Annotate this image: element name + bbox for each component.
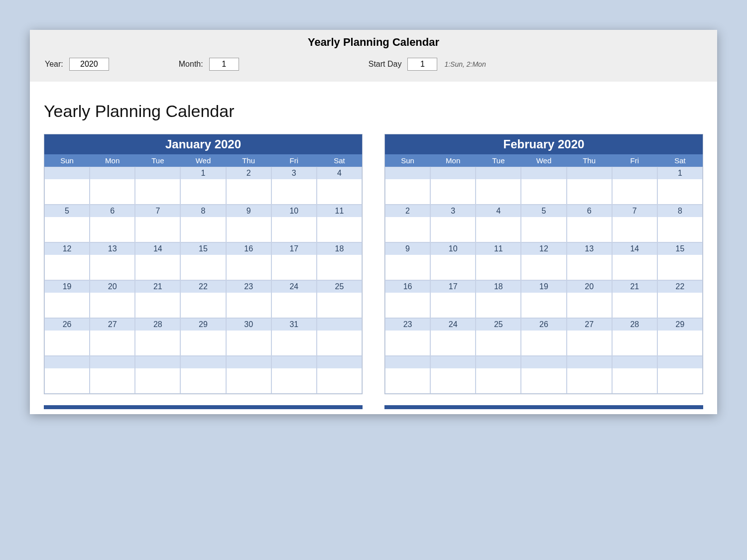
day-cell[interactable]: 28 (135, 318, 180, 356)
day-body[interactable] (613, 179, 657, 204)
day-body[interactable] (521, 331, 566, 355)
day-body[interactable] (567, 217, 612, 242)
day-cell[interactable]: 15 (657, 242, 703, 280)
day-body[interactable] (476, 331, 520, 355)
day-cell[interactable]: 25 (317, 280, 362, 318)
day-body[interactable] (385, 179, 430, 204)
day-body[interactable] (385, 255, 430, 280)
day-cell[interactable] (135, 356, 180, 394)
day-body[interactable] (90, 331, 134, 355)
day-cell[interactable]: 29 (180, 318, 226, 356)
day-cell[interactable]: 11 (317, 205, 362, 242)
day-body[interactable] (317, 368, 362, 393)
day-body[interactable] (613, 368, 657, 393)
day-cell[interactable]: 2 (226, 167, 271, 205)
day-body[interactable] (658, 255, 702, 280)
day-body[interactable] (431, 217, 475, 242)
day-body[interactable] (431, 331, 475, 355)
day-body[interactable] (272, 368, 316, 393)
day-cell[interactable]: 30 (226, 318, 271, 356)
day-cell[interactable] (567, 167, 612, 205)
day-body[interactable] (135, 255, 180, 280)
day-body[interactable] (227, 217, 271, 242)
day-body[interactable] (272, 293, 316, 318)
day-body[interactable] (567, 293, 612, 318)
day-body[interactable] (476, 293, 520, 318)
day-cell[interactable]: 4 (317, 167, 362, 205)
day-cell[interactable]: 31 (271, 318, 317, 356)
day-body[interactable] (45, 217, 89, 242)
day-body[interactable] (135, 368, 180, 393)
day-cell[interactable]: 22 (657, 280, 703, 318)
day-body[interactable] (567, 368, 612, 393)
day-cell[interactable] (657, 356, 703, 394)
day-cell[interactable]: 19 (521, 280, 566, 318)
day-body[interactable] (613, 255, 657, 280)
day-body[interactable] (181, 331, 225, 355)
startday-input[interactable] (407, 58, 437, 71)
day-body[interactable] (385, 217, 430, 242)
day-body[interactable] (227, 331, 271, 355)
day-cell[interactable] (135, 167, 180, 205)
day-body[interactable] (90, 255, 134, 280)
day-cell[interactable]: 19 (44, 280, 90, 318)
day-cell[interactable] (90, 356, 135, 394)
day-cell[interactable]: 17 (271, 242, 317, 280)
day-body[interactable] (658, 179, 702, 204)
day-cell[interactable]: 20 (90, 280, 135, 318)
day-cell[interactable]: 16 (226, 242, 271, 280)
day-cell[interactable] (317, 356, 362, 394)
day-cell[interactable]: 24 (271, 280, 317, 318)
day-body[interactable] (90, 217, 134, 242)
day-cell[interactable]: 28 (612, 318, 657, 356)
day-cell[interactable]: 12 (521, 242, 566, 280)
day-body[interactable] (385, 368, 430, 393)
day-cell[interactable]: 7 (135, 205, 180, 242)
day-cell[interactable]: 23 (385, 318, 430, 356)
day-body[interactable] (135, 179, 180, 204)
day-body[interactable] (476, 217, 520, 242)
day-cell[interactable]: 13 (90, 242, 135, 280)
day-cell[interactable]: 29 (657, 318, 703, 356)
day-cell[interactable]: 9 (385, 242, 430, 280)
day-cell[interactable]: 24 (430, 318, 476, 356)
day-body[interactable] (181, 217, 225, 242)
day-cell[interactable]: 22 (180, 280, 226, 318)
day-body[interactable] (135, 217, 180, 242)
day-body[interactable] (385, 293, 430, 318)
year-input[interactable] (69, 58, 109, 71)
day-body[interactable] (567, 179, 612, 204)
day-cell[interactable] (521, 356, 566, 394)
day-cell[interactable] (521, 167, 566, 205)
day-cell[interactable]: 8 (180, 205, 226, 242)
day-cell[interactable]: 5 (521, 205, 566, 242)
day-cell[interactable]: 6 (567, 205, 612, 242)
day-body[interactable] (135, 293, 180, 318)
day-cell[interactable]: 23 (226, 280, 271, 318)
day-body[interactable] (658, 293, 702, 318)
day-body[interactable] (317, 331, 362, 355)
day-cell[interactable] (385, 167, 430, 205)
day-cell[interactable]: 16 (385, 280, 430, 318)
day-cell[interactable] (90, 167, 135, 205)
day-body[interactable] (613, 217, 657, 242)
day-cell[interactable]: 18 (476, 280, 521, 318)
day-body[interactable] (181, 368, 225, 393)
day-cell[interactable]: 12 (44, 242, 90, 280)
day-body[interactable] (90, 293, 134, 318)
day-cell[interactable] (612, 167, 657, 205)
day-cell[interactable]: 21 (612, 280, 657, 318)
day-body[interactable] (431, 293, 475, 318)
day-body[interactable] (431, 255, 475, 280)
day-cell[interactable] (430, 356, 476, 394)
day-cell[interactable] (44, 356, 90, 394)
day-body[interactable] (181, 293, 225, 318)
day-body[interactable] (476, 255, 520, 280)
day-body[interactable] (90, 179, 134, 204)
day-cell[interactable]: 17 (430, 280, 476, 318)
day-body[interactable] (658, 331, 702, 355)
day-cell[interactable] (317, 318, 362, 356)
day-cell[interactable]: 8 (657, 205, 703, 242)
day-cell[interactable]: 10 (271, 205, 317, 242)
day-body[interactable] (476, 368, 520, 393)
